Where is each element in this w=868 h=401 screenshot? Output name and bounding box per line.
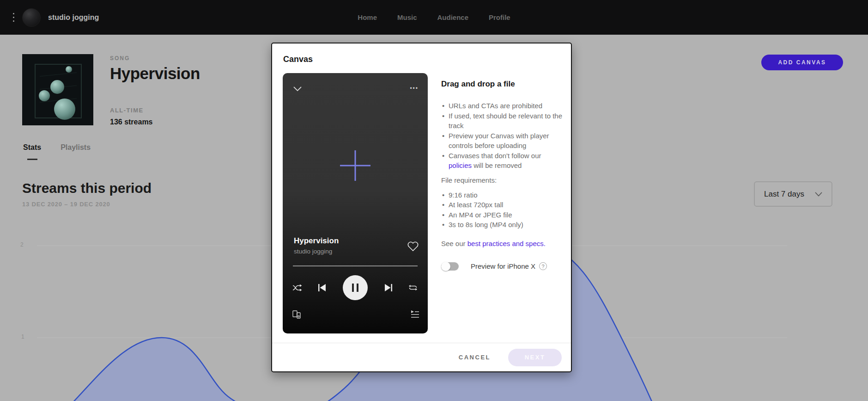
song-header: SONG Hypervision ALL-TIME 136 streams: [110, 55, 200, 126]
file-requirements-list: 9:16 ratio At least 720px tall An MP4 or…: [441, 190, 562, 230]
more-options-icon: •••: [410, 85, 419, 92]
nav-item-profile[interactable]: Profile: [489, 13, 510, 21]
nav-item-home[interactable]: Home: [358, 13, 377, 21]
album-art: [22, 54, 93, 125]
nav-item-music[interactable]: Music: [397, 13, 417, 21]
now-playing-title: Hypervision: [294, 236, 339, 246]
shuffle-icon: [292, 282, 303, 293]
best-practices-link[interactable]: best practices and specs.: [467, 240, 546, 247]
dropzone-heading: Drag and drop a file: [441, 80, 562, 89]
modal-title: Canvas: [283, 55, 313, 64]
date-range: 13 DEC 2020 – 19 DEC 2020: [22, 201, 110, 208]
see-our-line: See our best practices and specs.: [441, 240, 562, 247]
song-type-label: SONG: [110, 55, 200, 62]
artist-name[interactable]: studio jogging: [48, 13, 99, 22]
toggle-knob: [441, 262, 450, 271]
page-title: Hypervision: [110, 64, 200, 83]
iphone-preview-toggle[interactable]: [441, 262, 459, 271]
requirement-item: An MP4 or JPEG file: [441, 210, 562, 220]
canvas-phone-preview: ••• Hypervision studio jogging: [283, 73, 428, 333]
section-heading: Streams this period: [22, 180, 152, 196]
artist-avatar[interactable]: [22, 8, 41, 27]
pause-button: [343, 275, 368, 300]
rule-item: If used, text should be relevant to the …: [441, 111, 562, 131]
devices-icon: [292, 310, 301, 319]
kebab-menu-icon[interactable]: [10, 13, 17, 22]
preview-toggle-row: Preview for iPhone X ?: [441, 262, 562, 271]
requirement-item: At least 720px tall: [441, 200, 562, 210]
alltime-label: ALL-TIME: [110, 107, 200, 114]
requirement-item: 9:16 ratio: [441, 190, 562, 200]
canvas-instructions-panel: Drag and drop a file URLs and CTAs are p…: [441, 73, 562, 271]
help-icon[interactable]: ?: [539, 262, 547, 270]
y-axis-tick-2: 2: [20, 241, 24, 248]
song-tabs: Stats Playlists: [23, 143, 91, 152]
period-dropdown[interactable]: Last 7 days: [754, 181, 832, 207]
upload-dropzone-plus-icon[interactable]: [339, 149, 371, 182]
chevron-down-icon: [815, 192, 822, 197]
preview-toggle-label: Preview for iPhone X: [471, 262, 535, 270]
tab-stats[interactable]: Stats: [23, 143, 41, 152]
y-axis-tick-1: 1: [21, 333, 24, 340]
period-dropdown-value: Last 7 days: [764, 190, 804, 199]
previous-track-icon: [316, 282, 328, 293]
modal-footer: CANCEL NEXT: [272, 343, 571, 371]
collapse-chevron-icon: [293, 86, 302, 92]
cancel-button[interactable]: CANCEL: [459, 354, 491, 361]
top-navigation: Home Music Audience Profile: [358, 0, 510, 35]
canvas-modal: Canvas ••• Hypervision studio jogging: [271, 43, 572, 372]
next-track-icon: [383, 282, 394, 293]
requirement-item: 3s to 8s long (MP4 only): [441, 220, 562, 230]
progress-bar: [293, 265, 418, 266]
queue-icon: [410, 310, 419, 318]
now-playing-artist: studio jogging: [294, 248, 332, 255]
rule-item: Canvases that don't follow our policies …: [441, 151, 562, 171]
next-button[interactable]: NEXT: [508, 349, 562, 366]
policies-link[interactable]: policies: [449, 161, 472, 169]
alltime-streams-value: 136 streams: [110, 118, 200, 126]
rule-item: URLs and CTAs are prohibited: [441, 101, 562, 111]
nav-item-audience[interactable]: Audience: [437, 13, 469, 21]
canvas-rules-list: URLs and CTAs are prohibited If used, te…: [441, 101, 562, 171]
file-requirements-label: File requirements:: [441, 176, 562, 184]
topbar: studio jogging Home Music Audience Profi…: [0, 0, 868, 35]
heart-icon: [407, 241, 419, 252]
rule-item: Preview your Canvas with player controls…: [441, 131, 562, 151]
repeat-icon: [407, 282, 419, 293]
tab-playlists[interactable]: Playlists: [61, 143, 91, 152]
add-canvas-button[interactable]: ADD CANVAS: [761, 55, 843, 70]
